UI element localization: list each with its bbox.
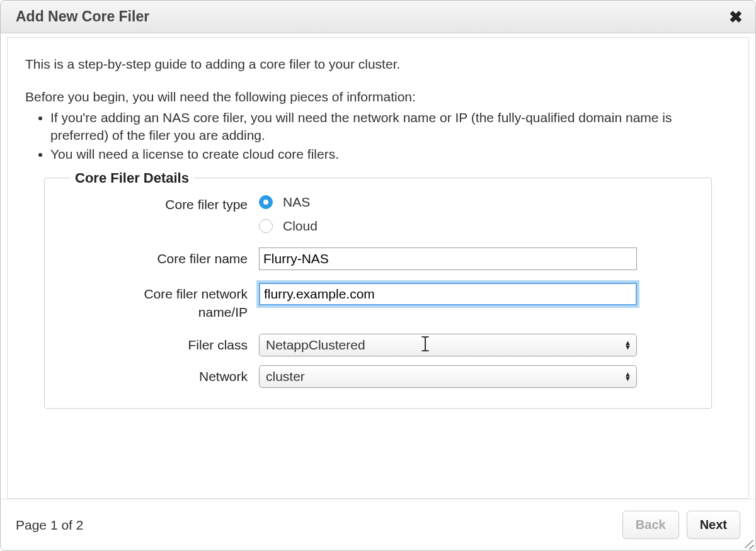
list-item: You will need a license to create cloud … (50, 145, 731, 163)
radio-option-nas[interactable]: NAS (259, 193, 686, 211)
radio-icon (259, 195, 273, 209)
intro-paragraph: This is a step-by-step guide to adding a… (25, 55, 731, 73)
label-network: Network (70, 365, 259, 385)
dialog-footer: Page 1 of 2 Back Next (1, 499, 755, 550)
radio-label: Cloud (283, 217, 318, 235)
row-filer-class: Filer class NetappClustered ▲▼ (70, 334, 686, 356)
dialog-titlebar: Add New Core Filer ✖ (1, 1, 755, 33)
fieldset-legend: Core Filer Details (70, 169, 194, 188)
radio-option-cloud[interactable]: Cloud (259, 217, 686, 235)
label-filer-class: Filer class (70, 334, 259, 354)
next-button[interactable]: Next (687, 511, 740, 539)
row-network: Network cluster ▲▼ (70, 365, 686, 388)
label-core-filer-network: Core filer network name/IP (70, 283, 259, 321)
core-filer-details-fieldset: Core Filer Details Core filer type NAS C… (44, 178, 712, 409)
dialog-body: This is a step-by-step guide to adding a… (7, 37, 749, 499)
list-item: If you're adding an NAS core filer, you … (50, 109, 731, 145)
chevron-updown-icon: ▲▼ (624, 372, 631, 381)
page-indicator: Page 1 of 2 (16, 518, 83, 533)
back-button[interactable]: Back (622, 511, 679, 539)
chevron-updown-icon: ▲▼ (624, 341, 631, 349)
select-value: NetappClustered (266, 336, 365, 354)
resize-grip-icon[interactable] (743, 538, 753, 548)
dialog-title: Add New Core Filer (16, 8, 149, 25)
radio-icon (259, 219, 273, 233)
core-filer-network-input[interactable] (259, 283, 637, 305)
core-filer-name-input[interactable] (259, 247, 637, 270)
select-value: cluster (266, 368, 305, 385)
radio-label: NAS (283, 193, 310, 211)
add-core-filer-dialog: Add New Core Filer ✖ This is a step-by-s… (0, 0, 756, 551)
row-core-filer-name: Core filer name (70, 247, 686, 270)
label-core-filer-name: Core filer name (70, 247, 259, 268)
filer-class-select[interactable]: NetappClustered ▲▼ (259, 334, 637, 356)
intro-before: Before you begin, you will need the foll… (25, 88, 731, 106)
row-core-filer-network: Core filer network name/IP (70, 283, 686, 321)
close-icon[interactable]: ✖ (729, 9, 743, 25)
label-core-filer-type: Core filer type (70, 193, 259, 213)
network-select[interactable]: cluster ▲▼ (259, 365, 637, 388)
intro-bullets: If you're adding an NAS core filer, you … (50, 109, 731, 164)
row-core-filer-type: Core filer type NAS Cloud (70, 193, 686, 236)
